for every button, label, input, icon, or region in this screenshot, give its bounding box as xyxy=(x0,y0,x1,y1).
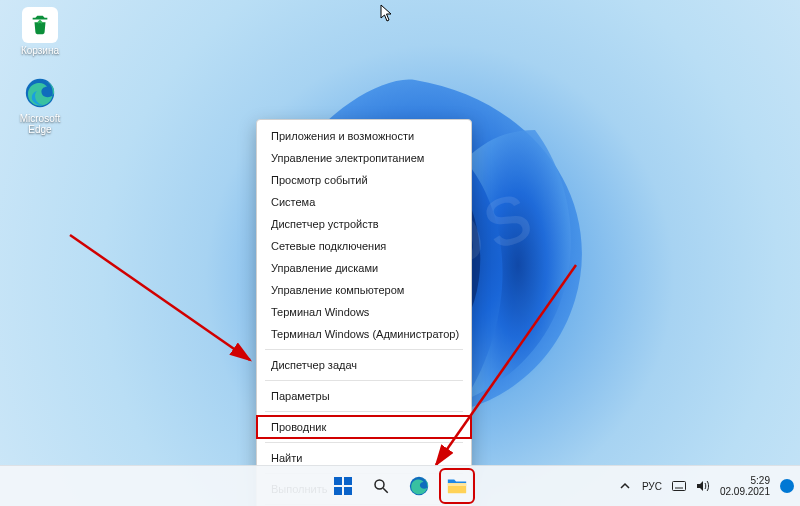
menu-event-viewer[interactable]: Просмотр событий xyxy=(257,169,471,191)
tray-overflow-icon[interactable] xyxy=(618,479,632,493)
taskbar-center xyxy=(327,470,473,502)
file-explorer-icon[interactable] xyxy=(441,470,473,502)
taskbar: РУС 5:29 02.09.2021 xyxy=(0,465,800,506)
svg-line-8 xyxy=(383,488,388,493)
menu-windows-terminal-admin[interactable]: Терминал Windows (Администратор) xyxy=(257,323,471,345)
menu-file-explorer[interactable]: Проводник xyxy=(257,416,471,438)
svg-point-7 xyxy=(375,480,384,489)
menu-computer-management[interactable]: Управление компьютером xyxy=(257,279,471,301)
recycle-bin-icon[interactable]: Корзина xyxy=(8,7,72,56)
recycle-bin-glyph xyxy=(22,7,58,43)
menu-disk-management[interactable]: Управление дисками xyxy=(257,257,471,279)
menu-device-manager[interactable]: Диспетчер устройств xyxy=(257,213,471,235)
menu-apps-and-features[interactable]: Приложения и возможности xyxy=(257,125,471,147)
start-button[interactable] xyxy=(327,470,359,502)
menu-settings[interactable]: Параметры xyxy=(257,385,471,407)
svg-rect-5 xyxy=(334,487,342,495)
menu-separator xyxy=(265,349,463,350)
svg-rect-4 xyxy=(344,477,352,485)
svg-rect-6 xyxy=(344,487,352,495)
language-indicator[interactable]: РУС xyxy=(642,481,662,492)
edge-desktop-icon[interactable]: Microsoft Edge xyxy=(8,75,72,135)
svg-line-1 xyxy=(70,235,250,360)
mouse-cursor-icon xyxy=(380,4,394,22)
search-icon[interactable] xyxy=(365,470,397,502)
menu-separator xyxy=(265,442,463,443)
clock[interactable]: 5:29 02.09.2021 xyxy=(720,475,770,497)
clock-date: 02.09.2021 xyxy=(720,486,770,497)
speaker-icon[interactable] xyxy=(696,479,710,493)
menu-separator xyxy=(265,411,463,412)
menu-power-options[interactable]: Управление электропитанием xyxy=(257,147,471,169)
clock-time: 5:29 xyxy=(720,475,770,486)
edge-taskbar-icon[interactable] xyxy=(403,470,435,502)
recycle-bin-label: Корзина xyxy=(21,45,59,56)
desktop[interactable]: wstips Корзина Microsoft Edge Приложения… xyxy=(0,0,800,506)
svg-rect-11 xyxy=(448,483,466,486)
svg-rect-12 xyxy=(672,482,685,491)
menu-system[interactable]: Система xyxy=(257,191,471,213)
menu-windows-terminal[interactable]: Терминал Windows xyxy=(257,301,471,323)
notification-badge[interactable] xyxy=(780,479,794,493)
edge-glyph xyxy=(22,75,58,111)
menu-task-manager[interactable]: Диспетчер задач xyxy=(257,354,471,376)
menu-network-connections[interactable]: Сетевые подключения xyxy=(257,235,471,257)
edge-desktop-label: Microsoft Edge xyxy=(20,113,61,135)
system-tray: РУС 5:29 02.09.2021 xyxy=(618,475,794,497)
winx-context-menu: Приложения и возможности Управление элек… xyxy=(256,119,472,506)
keyboard-icon[interactable] xyxy=(672,479,686,493)
svg-rect-3 xyxy=(334,477,342,485)
menu-separator xyxy=(265,380,463,381)
annotation-arrow-1 xyxy=(65,230,265,380)
